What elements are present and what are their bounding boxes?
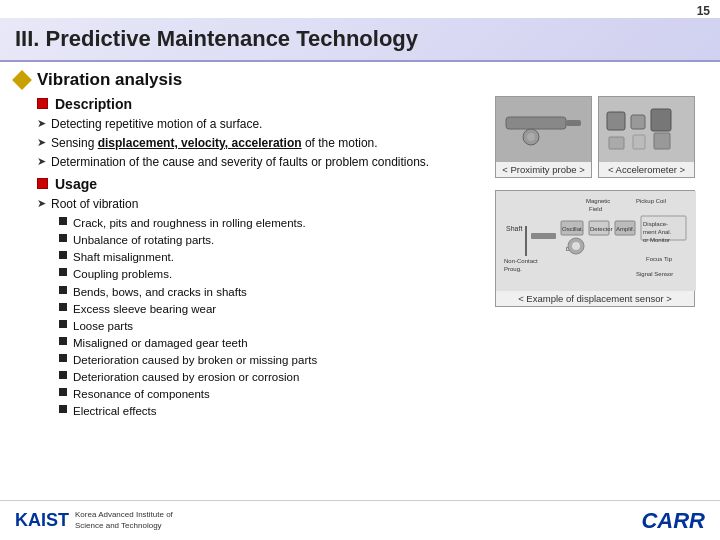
red-square-icon [37, 98, 48, 109]
svg-rect-2 [566, 120, 581, 126]
displacement-sensor-svg: Shaft Non-Contact Proug. Oscillat. Detec… [496, 191, 696, 291]
root-item-0: Crack, pits and roughness in rolling ele… [59, 215, 487, 231]
svg-text:Non-Contact: Non-Contact [504, 258, 538, 264]
svg-text:ment Anal.: ment Anal. [643, 229, 672, 235]
accelerometer-caption: < Accelerometer > [599, 162, 694, 177]
desc-text-3: Determination of the cause and severity … [51, 154, 429, 171]
arrow-icon-1: ➤ [37, 117, 46, 130]
svg-text:Pickup Coil: Pickup Coil [636, 198, 666, 204]
carr-logo: CARR [641, 508, 705, 534]
bullet-11 [59, 405, 67, 413]
root-text-3: Coupling problems. [73, 266, 172, 282]
description-header: Description [37, 96, 487, 112]
content-area: Vibration analysis Description ➤ Detecti… [0, 62, 720, 428]
bullet-2 [59, 251, 67, 259]
root-item-9: Deterioration caused by erosion or corro… [59, 369, 487, 385]
svg-text:Signal Sensor: Signal Sensor [636, 271, 673, 277]
svg-rect-9 [609, 137, 624, 149]
right-column: < Proximity probe > [495, 96, 705, 420]
svg-text:Oscillat.: Oscillat. [562, 226, 584, 232]
svg-rect-11 [654, 133, 670, 149]
description-block: ➤ Detecting repetitive motion of a surfa… [37, 116, 487, 170]
proximity-probe-caption: < Proximity probe > [496, 162, 591, 177]
accelerometer-svg [599, 97, 694, 162]
root-text-6: Loose parts [73, 318, 133, 334]
root-item-10: Resonance of components [59, 386, 487, 402]
svg-text:Focus Tip: Focus Tip [646, 256, 673, 262]
root-text-10: Resonance of components [73, 386, 210, 402]
svg-text:Proug.: Proug. [504, 266, 522, 272]
left-column: Description ➤ Detecting repetitive motio… [15, 96, 487, 420]
root-item-5: Excess sleeve bearing wear [59, 301, 487, 317]
desc-item-1: ➤ Detecting repetitive motion of a surfa… [37, 116, 487, 133]
root-section: Crack, pits and roughness in rolling ele… [59, 215, 487, 419]
svg-point-33 [572, 242, 580, 250]
svg-rect-6 [607, 112, 625, 130]
bullet-0 [59, 217, 67, 225]
svg-point-4 [527, 133, 535, 141]
svg-rect-7 [631, 115, 645, 129]
root-text-8: Deterioration caused by broken or missin… [73, 352, 317, 368]
svg-text:Displace-: Displace- [643, 221, 668, 227]
arrow-icon-2: ➤ [37, 136, 46, 149]
header: III. Predictive Maintenance Technology [0, 18, 720, 62]
root-item-11: Electrical effects [59, 403, 487, 419]
root-title-text: Root of vibration [51, 196, 138, 213]
diamond-icon [12, 70, 32, 90]
displacement-sensor-box: Shaft Non-Contact Proug. Oscillat. Detec… [495, 190, 695, 307]
bullet-4 [59, 286, 67, 294]
root-item-1: Unbalance of rotating parts. [59, 232, 487, 248]
accelerometer-box: < Accelerometer > [598, 96, 695, 178]
svg-text:Shaft: Shaft [506, 225, 522, 232]
description-title: Description [55, 96, 132, 112]
root-text-2: Shaft misalignment. [73, 249, 174, 265]
kaist-subtext-line2: Science and Technology [75, 521, 173, 531]
root-header-item: ➤ Root of vibration [37, 196, 487, 213]
usage-title: Usage [55, 176, 97, 192]
desc-text-2: Sensing displacement, velocity, accelera… [51, 135, 378, 152]
bullet-6 [59, 320, 67, 328]
svg-rect-10 [633, 135, 645, 149]
section-title: Vibration analysis [15, 70, 705, 90]
svg-text:Amplif.: Amplif. [616, 226, 635, 232]
arrow-icon-root: ➤ [37, 197, 46, 210]
root-item-2: Shaft misalignment. [59, 249, 487, 265]
bullet-10 [59, 388, 67, 396]
root-text-1: Unbalance of rotating parts. [73, 232, 214, 248]
root-item-8: Deterioration caused by broken or missin… [59, 352, 487, 368]
bullet-3 [59, 268, 67, 276]
bullet-9 [59, 371, 67, 379]
kaist-name: KAIST [15, 510, 69, 531]
proximity-probe-image [496, 97, 591, 162]
root-text-0: Crack, pits and roughness in rolling ele… [73, 215, 306, 231]
desc-item-3: ➤ Determination of the cause and severit… [37, 154, 487, 171]
root-text-7: Misaligned or damaged gear teeth [73, 335, 248, 351]
kaist-logo: KAIST Korea Advanced Institute of Scienc… [15, 510, 173, 531]
usage-block: ➤ Root of vibration Crack, pits and roug… [37, 196, 487, 419]
arrow-icon-3: ➤ [37, 155, 46, 168]
bullet-8 [59, 354, 67, 362]
svg-text:Field: Field [589, 206, 602, 212]
page-title: III. Predictive Maintenance Technology [15, 26, 705, 52]
usage-header: Usage [37, 176, 487, 192]
main-body: Description ➤ Detecting repetitive motio… [15, 96, 705, 420]
root-item-7: Misaligned or damaged gear teeth [59, 335, 487, 351]
root-text-9: Deterioration caused by erosion or corro… [73, 369, 299, 385]
root-text-11: Electrical effects [73, 403, 157, 419]
svg-rect-15 [531, 233, 556, 239]
svg-text:or Monitor: or Monitor [643, 237, 670, 243]
footer: KAIST Korea Advanced Institute of Scienc… [0, 500, 720, 540]
svg-rect-8 [651, 109, 671, 131]
root-text-4: Bends, bows, and cracks in shafts [73, 284, 247, 300]
top-images-row: < Proximity probe > [495, 96, 705, 178]
accelerometer-image [599, 97, 694, 162]
root-item-6: Loose parts [59, 318, 487, 334]
root-item-4: Bends, bows, and cracks in shafts [59, 284, 487, 300]
bullet-5 [59, 303, 67, 311]
root-text-5: Excess sleeve bearing wear [73, 301, 216, 317]
proximity-probe-box: < Proximity probe > [495, 96, 592, 178]
page-number: 15 [697, 4, 710, 18]
desc-item-2: ➤ Sensing displacement, velocity, accele… [37, 135, 487, 152]
bullet-1 [59, 234, 67, 242]
proximity-probe-svg [496, 97, 591, 162]
